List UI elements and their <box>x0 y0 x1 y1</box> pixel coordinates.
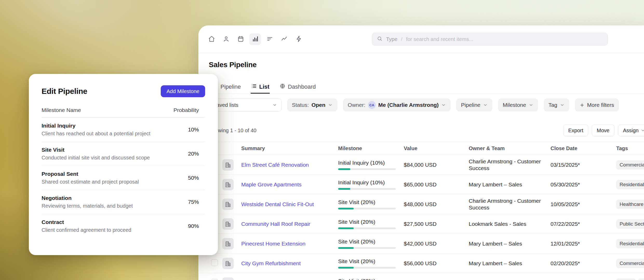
list-toolbar: Showing 1 - 10 of 40 Export Move Assign <box>209 124 644 136</box>
table-header: Summary Milestone Value Owner & Team Clo… <box>198 142 644 155</box>
nav-insights[interactable] <box>278 33 290 45</box>
tag-chip: Healthcare <box>616 200 644 209</box>
company-avatar <box>222 179 234 190</box>
pipeline-filter-label: Pipeline <box>461 102 480 108</box>
nav-lists[interactable] <box>264 33 276 45</box>
table-row[interactable]: Elm Street Café Renovation Initial Inqui… <box>198 155 644 175</box>
assign-button[interactable]: Assign <box>618 124 644 136</box>
col-tags: Tags <box>616 145 644 151</box>
deal-link[interactable]: Pinecrest Home Extension <box>241 241 305 247</box>
table-row[interactable]: Pinecrest Home Extension Site Visit (20%… <box>198 234 644 254</box>
filter-bar: Saved lists Status: Open Owner: CA Me (C… <box>209 99 619 111</box>
value-cell: $84,000 USD <box>404 162 469 168</box>
owner-cell: Mary Lambert – Sales <box>469 240 551 247</box>
deal-link[interactable]: Elm Street Café Renovation <box>241 162 309 168</box>
assign-label: Assign <box>623 128 639 134</box>
status-value: Open <box>311 102 325 108</box>
milestone-probability: 90% <box>188 223 205 229</box>
milestone-label: Site Visit (20%) <box>338 278 404 280</box>
col-owner-team: Owner & Team <box>469 145 551 151</box>
owner-avatar: CA <box>368 101 376 109</box>
more-filters-button[interactable]: More filters <box>575 99 619 111</box>
milestone-row[interactable]: Site Visit Conducted initial site visit … <box>42 142 205 166</box>
milestone-progress <box>338 267 396 269</box>
row-checkbox[interactable] <box>211 259 218 266</box>
table-row[interactable]: New Market Ground-Up Build Site Visit (2… <box>198 273 644 280</box>
top-bar: Type / for search and recent items... <box>198 25 644 53</box>
row-checkbox[interactable] <box>211 279 218 280</box>
milestone-row[interactable]: Initial Inquiry Client has reached out a… <box>42 118 205 142</box>
close-date-cell: 05/30/2025* <box>551 181 616 188</box>
nav-automations[interactable] <box>293 33 305 45</box>
search-icon <box>377 36 383 43</box>
deal-link[interactable]: Community Hall Roof Repair <box>241 221 310 227</box>
company-avatar <box>222 199 234 210</box>
table-row[interactable]: City Gym Refurbishment Site Visit (20%) … <box>198 254 644 273</box>
search-input[interactable]: Type / for search and recent items... <box>372 33 608 46</box>
company-avatar <box>222 159 234 171</box>
move-label: Move <box>597 128 609 134</box>
export-button[interactable]: Export <box>563 124 588 136</box>
table-row[interactable]: Community Hall Roof Repair Site Visit (2… <box>198 214 644 234</box>
milestone-progress <box>338 247 396 249</box>
saved-lists-select[interactable]: Saved lists <box>209 99 281 111</box>
owner-prefix: Owner: <box>348 102 365 108</box>
nav-people[interactable] <box>220 33 232 45</box>
value-cell: $48,000 USD <box>404 201 469 207</box>
table-row[interactable]: Maple Grove Apartments Initial Inquiry (… <box>198 175 644 194</box>
owner-cell: Mary Lambert – Sales <box>469 260 551 267</box>
deal-link[interactable]: Maple Grove Apartments <box>241 181 301 187</box>
tab-dashboard-label: Dashboard <box>288 83 316 90</box>
company-avatar <box>222 277 234 280</box>
milestone-label: Initial Inquiry (10%) <box>338 160 404 166</box>
move-button[interactable]: Move <box>592 124 614 136</box>
search-type-label: Type <box>386 36 397 42</box>
tab-list-label: List <box>259 83 269 90</box>
chevron-down-icon <box>529 103 533 107</box>
owner-value: Me (Charlie Armstrong) <box>378 102 439 108</box>
nav-tasks[interactable] <box>235 33 246 45</box>
milestone-filter-label: Milestone <box>503 102 526 108</box>
filter-tag[interactable]: Tag <box>544 99 569 111</box>
milestone-description: Client confirmed agreement to proceed <box>42 227 131 233</box>
chevron-down-icon <box>483 103 488 107</box>
list-icon <box>251 83 257 90</box>
milestone-description: Reviewing terms, materials, and budget <box>42 203 133 209</box>
filter-owner[interactable]: Owner: CA Me (Charlie Armstrong) <box>343 99 451 111</box>
milestone-label: Site Visit (20%) <box>338 219 404 225</box>
status-prefix: Status: <box>292 102 309 108</box>
milestone-label: Initial Inquiry (10%) <box>338 179 404 186</box>
chevron-down-icon <box>328 103 333 107</box>
table-row[interactable]: Westside Dental Clinic Fit-Out Site Visi… <box>198 194 644 214</box>
trend-icon <box>281 36 288 43</box>
milestone-name: Proposal Sent <box>42 171 139 177</box>
tag-chip: Commercial <box>616 259 644 268</box>
filter-pipeline[interactable]: Pipeline <box>456 99 492 111</box>
close-date-cell: 02/20/2025* <box>551 260 616 267</box>
milestone-row[interactable]: Negotiation Reviewing terms, materials, … <box>42 190 205 214</box>
deal-link[interactable]: Westside Dental Clinic Fit-Out <box>241 201 314 207</box>
milestone-row[interactable]: Proposal Sent Shared cost estimate and p… <box>42 166 205 190</box>
owner-cell: Lookmark Sales - Sales <box>469 221 551 227</box>
col-summary: Summary <box>241 145 338 151</box>
milestone-progress <box>338 227 396 229</box>
tab-dashboard[interactable]: Dashboard <box>280 80 316 93</box>
col-value: Value <box>404 145 469 151</box>
value-cell: $65,000 USD <box>404 181 469 188</box>
view-tabs: Pipeline List Dashboard <box>198 80 644 94</box>
add-milestone-button[interactable]: Add Milestone <box>161 85 205 97</box>
chevron-down-icon <box>560 103 565 107</box>
filter-status[interactable]: Status: Open <box>287 99 337 111</box>
filter-milestone[interactable]: Milestone <box>498 99 538 111</box>
tag-chip: Retail <box>616 278 636 280</box>
milestone-row[interactable]: Contract Client confirmed agreement to p… <box>42 214 205 238</box>
deal-link[interactable]: City Gym Refurbishment <box>241 260 301 266</box>
tab-list[interactable]: List <box>251 80 269 93</box>
milestone-description: Conducted initial site visit and discuss… <box>42 155 150 161</box>
close-date-cell: 03/15/2025* <box>551 162 616 168</box>
calendar-icon <box>237 36 244 43</box>
nav-reports[interactable] <box>249 33 261 45</box>
milestone-probability: 50% <box>188 175 205 181</box>
tag-filter-label: Tag <box>548 102 557 108</box>
nav-home[interactable] <box>206 33 217 45</box>
